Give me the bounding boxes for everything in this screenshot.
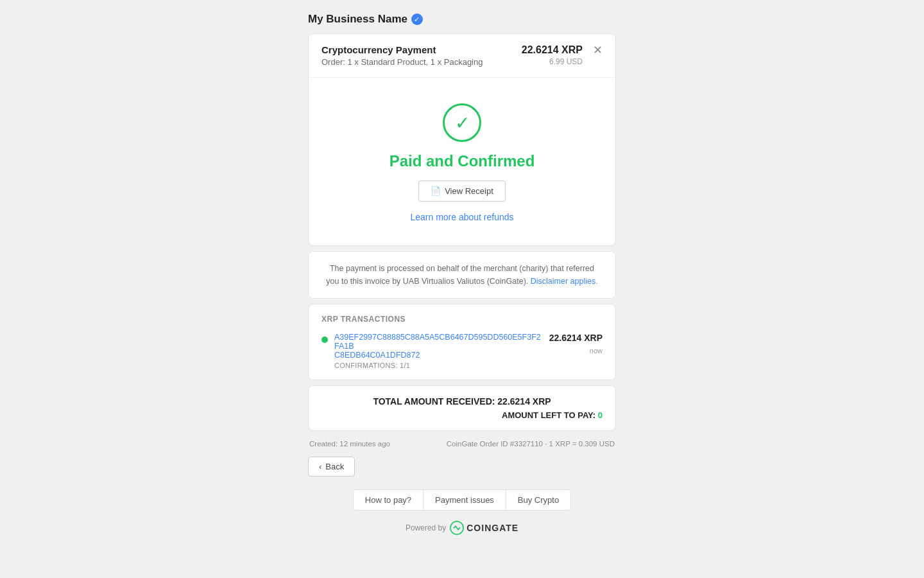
receipt-icon: 📄 [431, 186, 441, 196]
tx-hash-line1[interactable]: A39EF2997C88885C88A5A5CB6467D595DD560E5F… [334, 333, 543, 351]
bottom-links: How to pay? Payment issues Buy Crypto [353, 489, 571, 511]
transaction-status-dot [321, 337, 328, 343]
back-button[interactable]: ‹ Back [308, 457, 355, 477]
disclaimer-link[interactable]: Disclaimer applies. [531, 277, 598, 286]
card-header: Cryptocurrency Payment Order: 1 x Standa… [309, 34, 615, 78]
business-name: My Business Name [308, 13, 407, 26]
back-arrow-icon: ‹ [319, 462, 321, 471]
amount-xrp: 22.6214 XRP [522, 44, 583, 56]
coingate-logo: COINGATE [450, 521, 518, 535]
confirmation-section: ✓ Paid and Confirmed 📄 View Receipt Lear… [309, 78, 615, 245]
main-card: Cryptocurrency Payment Order: 1 x Standa… [308, 33, 616, 246]
amount-usd: 6.99 USD [522, 57, 583, 66]
disclaimer-card: The payment is processed on behalf of th… [308, 251, 616, 299]
tx-hash-line2[interactable]: C8EDB64C0A1DFD872 [334, 351, 543, 360]
powered-by: Powered by COINGATE [406, 521, 518, 535]
view-receipt-button[interactable]: 📄 View Receipt [418, 180, 506, 202]
payment-issues-link[interactable]: Payment issues [424, 490, 506, 510]
disclaimer-text: The payment is processed on behalf of th… [324, 262, 600, 288]
buy-crypto-link[interactable]: Buy Crypto [506, 490, 570, 510]
how-to-pay-link[interactable]: How to pay? [354, 490, 424, 510]
tx-time: now [549, 347, 603, 355]
close-button[interactable]: ✕ [593, 44, 603, 56]
footer-meta: Created: 12 minutes ago CoinGate Order I… [308, 436, 616, 451]
tx-amount: 22.6214 XRP [549, 333, 603, 343]
card-header-right: 22.6214 XRP 6.99 USD [522, 44, 583, 66]
business-header: My Business Name ✓ [308, 13, 423, 26]
coingate-icon [450, 521, 464, 535]
refund-link[interactable]: Learn more about refunds [410, 212, 513, 222]
totals-card: TOTAL AMOUNT RECEIVED: 22.6214 XRP AMOUN… [308, 385, 616, 431]
coingate-text: COINGATE [466, 523, 518, 533]
order-info: Order: 1 x Standard Product, 1 x Packagi… [321, 57, 483, 67]
card-header-left: Cryptocurrency Payment Order: 1 x Standa… [321, 44, 483, 67]
paid-confirmed-text: Paid and Confirmed [389, 152, 535, 170]
check-circle-icon: ✓ [443, 103, 481, 142]
payment-title: Cryptocurrency Payment [321, 44, 483, 55]
total-received: TOTAL AMOUNT RECEIVED: 22.6214 XRP [321, 396, 603, 407]
amount-left: AMOUNT LEFT TO PAY: 0 [321, 410, 603, 420]
transaction-row: A39EF2997C88885C88A5A5CB6467D595DD560E5F… [321, 333, 603, 369]
order-meta: CoinGate Order ID #3327110 · 1 XRP = 0.3… [447, 440, 615, 448]
tx-confirmations: CONFIRMATIONS: 1/1 [334, 362, 543, 369]
transactions-title: XRP TRANSACTIONS [321, 315, 603, 324]
created-info: Created: 12 minutes ago [309, 440, 390, 448]
transaction-info: A39EF2997C88885C88A5A5CB6467D595DD560E5F… [334, 333, 543, 369]
amount-left-value: 0 [598, 410, 603, 420]
verified-icon: ✓ [411, 13, 423, 25]
transactions-card: XRP TRANSACTIONS A39EF2997C88885C88A5A5C… [308, 304, 616, 380]
